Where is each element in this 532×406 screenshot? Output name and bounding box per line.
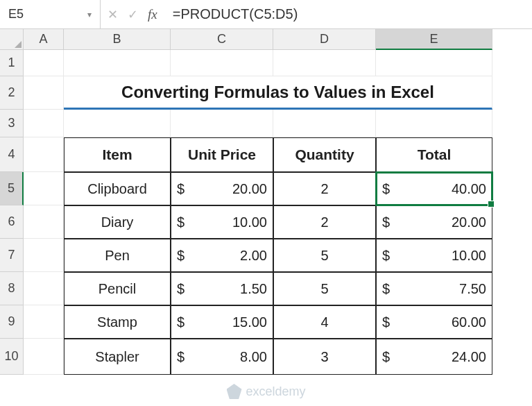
cell-total-3[interactable]: $7.50 <box>376 272 492 305</box>
cell-total-2[interactable]: $10.00 <box>376 239 492 272</box>
cell-price-4[interactable]: $15.00 <box>171 305 273 339</box>
row-header-5[interactable]: 5 <box>0 172 24 205</box>
cells-area[interactable]: Converting Formulas to Values in Excel I… <box>24 50 492 375</box>
cell-A10[interactable] <box>24 339 64 375</box>
cell-B1[interactable] <box>64 50 171 76</box>
cell-qty-3[interactable]: 5 <box>273 272 376 305</box>
cell-D1[interactable] <box>273 50 376 76</box>
cell-price-1[interactable]: $10.00 <box>171 205 273 239</box>
chevron-down-icon[interactable]: ▾ <box>87 10 92 19</box>
cell-A4[interactable] <box>24 137 64 172</box>
row-header-3[interactable]: 3 <box>0 110 24 137</box>
cell-C3[interactable] <box>171 110 273 137</box>
title-cell[interactable]: Converting Formulas to Values in Excel <box>64 76 492 110</box>
row-header-7[interactable]: 7 <box>0 239 24 272</box>
select-all-corner[interactable] <box>0 29 24 50</box>
cell-price-3[interactable]: $1.50 <box>171 272 273 305</box>
watermark-icon <box>226 384 241 399</box>
cell-total-1[interactable]: $20.00 <box>376 205 492 239</box>
cell-item-4[interactable]: Stamp <box>64 305 171 339</box>
col-header-A[interactable]: A <box>24 29 64 50</box>
cell-qty-1[interactable]: 2 <box>273 205 376 239</box>
cell-item-1[interactable]: Diary <box>64 205 171 239</box>
name-box-value: E5 <box>8 7 24 22</box>
name-box[interactable]: E5 ▾ <box>0 0 101 28</box>
fx-icon[interactable]: fx <box>148 7 157 22</box>
confirm-icon[interactable]: ✓ <box>128 7 138 22</box>
cell-A3[interactable] <box>24 110 64 137</box>
formula-bar: E5 ▾ ✕ ✓ fx <box>0 0 532 29</box>
cell-A2[interactable] <box>24 76 64 110</box>
cell-B3[interactable] <box>64 110 171 137</box>
watermark: exceldemy <box>226 384 305 399</box>
cell-A5[interactable] <box>24 172 64 205</box>
header-qty[interactable]: Quantity <box>273 137 376 172</box>
row-header-2[interactable]: 2 <box>0 76 24 110</box>
cell-A7[interactable] <box>24 239 64 272</box>
spreadsheet-grid: A B C D E 1 2 3 4 5 6 7 8 9 10 <box>0 29 532 406</box>
cell-A8[interactable] <box>24 272 64 305</box>
cell-item-5[interactable]: Stapler <box>64 339 171 375</box>
col-header-C[interactable]: C <box>171 29 273 50</box>
cell-total-5[interactable]: $24.00 <box>376 339 492 375</box>
cell-A1[interactable] <box>24 50 64 76</box>
row-header-9[interactable]: 9 <box>0 305 24 339</box>
cell-A6[interactable] <box>24 205 64 239</box>
cell-item-3[interactable]: Pencil <box>64 272 171 305</box>
cell-item-0[interactable]: Clipboard <box>64 172 171 205</box>
header-total[interactable]: Total <box>376 137 492 172</box>
row-header-4[interactable]: 4 <box>0 137 24 172</box>
row-headers: 1 2 3 4 5 6 7 8 9 10 <box>0 50 24 375</box>
cell-price-5[interactable]: $8.00 <box>171 339 273 375</box>
cell-price-2[interactable]: $2.00 <box>171 239 273 272</box>
row-header-10[interactable]: 10 <box>0 339 24 375</box>
watermark-text: exceldemy <box>246 384 305 399</box>
cell-D3[interactable] <box>273 110 376 137</box>
formula-controls: ✕ ✓ fx <box>101 7 164 22</box>
cell-item-2[interactable]: Pen <box>64 239 171 272</box>
cell-qty-4[interactable]: 4 <box>273 305 376 339</box>
cell-qty-2[interactable]: 5 <box>273 239 376 272</box>
row-header-6[interactable]: 6 <box>0 205 24 239</box>
cell-price-0[interactable]: $20.00 <box>171 172 273 205</box>
header-price[interactable]: Unit Price <box>171 137 273 172</box>
cell-E1[interactable] <box>376 50 492 76</box>
cell-total-0[interactable]: $40.00 <box>376 172 492 205</box>
header-item[interactable]: Item <box>64 137 171 172</box>
row-header-1[interactable]: 1 <box>0 50 24 76</box>
cancel-icon[interactable]: ✕ <box>108 7 118 22</box>
cell-A9[interactable] <box>24 305 64 339</box>
col-header-E[interactable]: E <box>376 29 492 50</box>
col-header-B[interactable]: B <box>64 29 171 50</box>
cell-total-4[interactable]: $60.00 <box>376 305 492 339</box>
cell-qty-5[interactable]: 3 <box>273 339 376 375</box>
col-header-D[interactable]: D <box>273 29 376 50</box>
cell-qty-0[interactable]: 2 <box>273 172 376 205</box>
row-header-8[interactable]: 8 <box>0 272 24 305</box>
formula-input[interactable] <box>164 0 532 28</box>
cell-C1[interactable] <box>171 50 273 76</box>
cell-E3[interactable] <box>376 110 492 137</box>
column-headers: A B C D E <box>24 29 492 50</box>
